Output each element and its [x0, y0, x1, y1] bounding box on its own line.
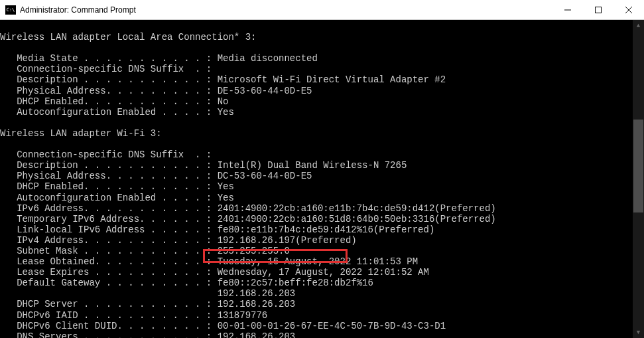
window-title: Administrator: Command Prompt	[20, 5, 552, 15]
scrollbar[interactable]: ▲ ▼	[633, 20, 644, 338]
maximize-button[interactable]	[583, 0, 613, 19]
minimize-button[interactable]	[552, 0, 583, 19]
terminal-output[interactable]: Wireless LAN adapter Local Area Connecti…	[0, 20, 644, 338]
scrollbar-thumb[interactable]	[633, 120, 643, 212]
scroll-down-icon[interactable]: ▼	[633, 327, 644, 338]
titlebar[interactable]: Administrator: Command Prompt	[0, 0, 644, 20]
scroll-up-icon[interactable]: ▲	[633, 20, 644, 31]
close-button[interactable]	[613, 0, 644, 19]
cmd-icon	[5, 5, 16, 15]
svg-rect-1	[596, 7, 602, 13]
window-controls	[552, 0, 644, 19]
